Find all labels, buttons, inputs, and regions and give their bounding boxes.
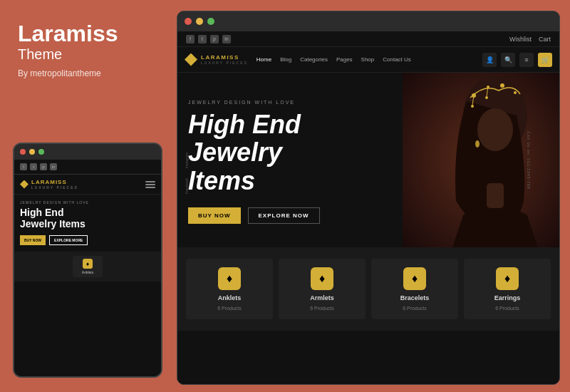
mobile-hero-eyebrow: JEWELRY DESIGN WITH LOVE (20, 200, 155, 205)
search-icon-button[interactable]: 🔍 (501, 53, 515, 67)
mobile-in-icon: in (50, 163, 57, 170)
desktop-cat-earrings[interactable]: ♦ Earrings 6 Products (464, 259, 551, 319)
account-icon-button[interactable]: 👤 (482, 53, 497, 67)
svg-rect-11 (487, 183, 504, 208)
cart-link[interactable]: Cart (539, 36, 551, 43)
nav-link-pages[interactable]: Pages (336, 56, 353, 63)
mobile-titlebar (14, 144, 161, 160)
desktop-cat-anklets-icon: ♦ (218, 267, 241, 290)
nav-link-shop[interactable]: Shop (361, 56, 375, 63)
mobile-pi-icon: p (40, 163, 47, 170)
desktop-cat-armlets-icon: ♦ (311, 267, 333, 290)
desktop-cat-armlets-name: Armlets (310, 294, 334, 301)
mobile-fb-icon: f (20, 163, 27, 170)
desktop-cat-bracelets-count: 6 Products (403, 306, 426, 311)
desktop-dot-red (185, 18, 192, 25)
desktop-cat-anklets-name: Anklets (218, 294, 242, 301)
mobile-hamburger-icon[interactable] (145, 181, 155, 188)
facebook-side-label: Facebook (185, 178, 189, 194)
wishlist-link[interactable]: Wishlist (509, 36, 532, 43)
mobile-cat-anklets-name: Anklets (82, 270, 93, 274)
svg-point-8 (471, 105, 474, 108)
desktop-fb-icon[interactable]: f (186, 35, 195, 43)
mobile-tw-icon: t (30, 163, 37, 170)
desktop-hero-eyebrow: JEWELRY DESIGN WITH LOVE (188, 100, 392, 105)
hero-woman-svg (403, 73, 559, 247)
desktop-tw-icon[interactable]: t (198, 35, 207, 43)
svg-point-5 (500, 83, 504, 88)
nav-link-home[interactable]: Home (256, 56, 271, 63)
brand-subtitle: Theme (18, 46, 150, 63)
desktop-nav-icon-buttons: 👤 🔍 ≡ 🛒 (482, 53, 552, 67)
desktop-cat-anklets-count: 6 Products (217, 306, 241, 311)
desktop-topbar: f t p in Wishlist Cart (177, 31, 559, 47)
desktop-buy-now-button[interactable]: BUY NOW (188, 207, 241, 224)
svg-point-6 (514, 91, 517, 94)
svg-point-10 (485, 96, 488, 99)
desktop-hero: JEWELRY DESIGN WITH LOVE High EndJewelry… (177, 73, 559, 247)
mobile-dot-red (20, 149, 26, 155)
nav-link-categories[interactable]: Categories (300, 56, 328, 63)
instagram-side-label: Instagram (185, 152, 189, 167)
svg-point-12 (475, 140, 480, 148)
desktop-topbar-right: Wishlist Cart (509, 36, 551, 43)
desktop-categories: ♦ Anklets 6 Products ♦ Armlets 6 Product… (177, 247, 559, 331)
desktop-social-icons: f t p in (186, 35, 231, 43)
desktop-dot-yellow (196, 18, 203, 25)
desktop-nav-logo: LARAMISS LUXURY PIECES (185, 53, 248, 66)
desktop-logo-diamond-icon (185, 53, 197, 66)
mobile-logo-area: LARAMISS LUXURY PIECES (14, 175, 161, 195)
mobile-cat-anklets[interactable]: ♦ Anklets (73, 256, 103, 277)
mobile-explore-button[interactable]: EXPLORE MORE (49, 235, 88, 245)
desktop-brand-name: LARAMISS (201, 54, 248, 61)
cart-icon-button[interactable]: 🛒 (538, 53, 552, 67)
mobile-preview: f t p in LARAMISS LUXURY PIECES JEWELRY … (13, 143, 162, 378)
mobile-buy-now-button[interactable]: BUY NOW (20, 235, 46, 245)
desktop-cat-earrings-count: 6 Products (495, 306, 519, 311)
desktop-body: f t p in Wishlist Cart LARAMISS LUXURY P… (177, 31, 559, 384)
desktop-cat-earrings-name: Earrings (494, 294, 521, 301)
desktop-cat-bracelets-name: Bracelets (400, 294, 430, 301)
mobile-hero: JEWELRY DESIGN WITH LOVE High EndJewelry… (14, 195, 161, 249)
mobile-hero-buttons: BUY NOW EXPLORE MORE (20, 235, 155, 245)
menu-icon-button[interactable]: ≡ (519, 53, 534, 67)
desktop-titlebar (177, 11, 559, 31)
mobile-dot-yellow (29, 149, 35, 155)
desktop-cat-armlets-count: 6 Products (310, 306, 333, 311)
desktop-cat-bracelets[interactable]: ♦ Bracelets 6 Products (371, 259, 458, 319)
mobile-body: f t p in LARAMISS LUXURY PIECES JEWELRY … (14, 160, 161, 376)
desktop-hero-img-bg (403, 73, 559, 247)
desktop-logo-text: LARAMISS LUXURY PIECES (201, 54, 248, 65)
mobile-hero-title: High EndJewelry Items (20, 207, 155, 229)
mobile-cat-anklets-icon: ♦ (83, 259, 93, 269)
nav-link-blog[interactable]: Blog (280, 56, 291, 63)
mobile-social-icons: f t p in (20, 163, 57, 170)
mobile-category-row: ♦ Anklets (14, 252, 161, 282)
desktop-hero-buttons: BUY NOW EXPLORE NOW (188, 207, 392, 224)
desktop-nav-links: Home Blog Categories Pages Shop Contact … (256, 56, 482, 63)
desktop-nav: LARAMISS LUXURY PIECES Home Blog Categor… (177, 47, 559, 73)
desktop-dot-green (207, 18, 214, 25)
nav-link-contact[interactable]: Contact Us (383, 56, 411, 63)
mobile-logo-text: LARAMISS LUXURY PIECES (31, 179, 78, 190)
desktop-explore-button[interactable]: EXPLORE NOW (248, 207, 320, 224)
desktop-cat-bracelets-icon: ♦ (403, 267, 426, 290)
desktop-hero-title: High EndJewelryItems (188, 110, 392, 195)
hero-side-text: Call Us on: 011-2345-789 (527, 131, 532, 189)
desktop-cat-earrings-icon: ♦ (496, 267, 519, 290)
mobile-dot-green (38, 149, 44, 155)
desktop-hero-image: Call Us on: 011-2345-789 (403, 73, 559, 247)
svg-point-2 (477, 108, 513, 151)
desktop-cat-armlets[interactable]: ♦ Armlets 6 Products (279, 259, 366, 319)
desktop-in-icon[interactable]: in (222, 35, 231, 43)
desktop-brand-tagline: LUXURY PIECES (201, 61, 248, 65)
desktop-cat-anklets[interactable]: ♦ Anklets 6 Products (186, 259, 273, 319)
desktop-pi-icon[interactable]: p (210, 35, 219, 43)
mobile-social-bar: f t p in (14, 160, 161, 175)
desktop-preview: f t p in Wishlist Cart LARAMISS LUXURY P… (177, 11, 560, 385)
desktop-hero-content: JEWELRY DESIGN WITH LOVE High EndJewelry… (177, 73, 403, 247)
mobile-logo-diamond (20, 180, 28, 189)
brand-by: By metropolitantheme (18, 68, 150, 78)
brand-title: Laramiss (18, 21, 150, 46)
